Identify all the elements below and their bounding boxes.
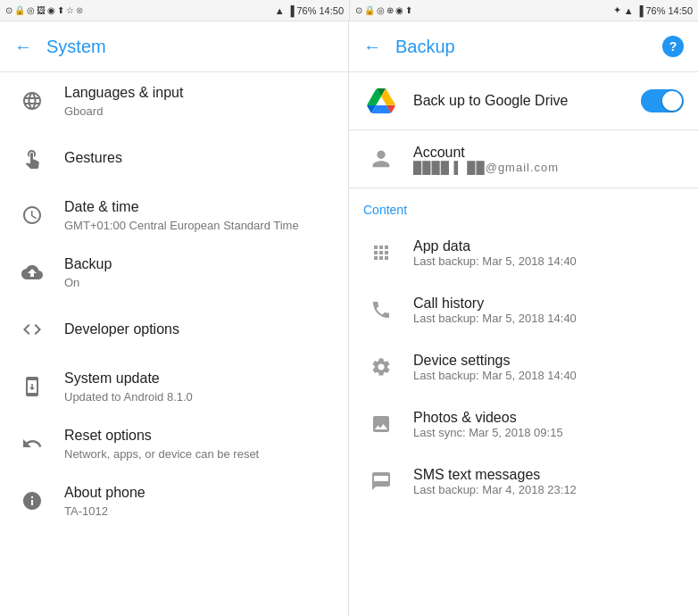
battery-right: 76% bbox=[645, 5, 665, 16]
account-email: ████ ▌ ██@gmail.com bbox=[413, 161, 684, 174]
settings-item-about[interactable]: About phone TA-1012 bbox=[0, 472, 348, 529]
datetime-title: Date & time bbox=[64, 198, 334, 217]
toggle-thumb bbox=[662, 91, 682, 111]
callhistory-text: Call history Last backup: Mar 5, 2018 14… bbox=[413, 296, 684, 325]
call-icon bbox=[363, 292, 399, 328]
backup-subtitle: On bbox=[64, 276, 334, 289]
back-button-right[interactable]: ← bbox=[363, 37, 381, 57]
appdata-subtitle: Last backup: Mar 5, 2018 14:40 bbox=[413, 254, 684, 268]
settings-item-reset[interactable]: Reset options Network, apps, or device c… bbox=[0, 415, 348, 472]
languages-text: Languages & input Gboard bbox=[64, 84, 334, 118]
systemupdate-subtitle: Updated to Android 8.1.0 bbox=[64, 390, 334, 404]
callhistory-title: Call history bbox=[413, 296, 684, 312]
settings-item-developer[interactable]: Developer options bbox=[0, 301, 348, 358]
signal-icon: ▐ bbox=[287, 5, 295, 16]
settings-item-datetime[interactable]: Date & time GMT+01:00 Central European S… bbox=[0, 187, 348, 244]
settings-list: Languages & input Gboard Gestures bbox=[0, 72, 348, 616]
photos-subtitle: Last sync: Mar 5, 2018 09:15 bbox=[413, 426, 684, 439]
appdata-text: App data Last backup: Mar 5, 2018 14:40 bbox=[413, 238, 684, 268]
sms-subtitle: Last backup: Mar 4, 2018 23:12 bbox=[413, 483, 684, 496]
callhistory-subtitle: Last backup: Mar 5, 2018 14:40 bbox=[413, 312, 684, 325]
bluetooth-icon: ✦ bbox=[613, 4, 621, 16]
left-panel-title: System bbox=[46, 37, 334, 57]
reset-title: Reset options bbox=[64, 427, 334, 445]
photo-icon bbox=[363, 406, 399, 442]
account-label: Account bbox=[413, 145, 684, 161]
content-item-photos[interactable]: Photos & videos Last sync: Mar 5, 2018 0… bbox=[349, 395, 698, 453]
language-icon bbox=[14, 83, 50, 119]
time-left: 14:50 bbox=[319, 5, 344, 16]
time-right: 14:50 bbox=[668, 5, 693, 16]
left-panel: ← System Languages & input Gboard bbox=[0, 21, 349, 616]
account-item[interactable]: Account ████ ▌ ██@gmail.com bbox=[349, 130, 698, 187]
settings-item-languages[interactable]: Languages & input Gboard bbox=[0, 72, 348, 129]
wifi-icon-right: ▲ bbox=[624, 5, 634, 16]
right-panel-title: Backup bbox=[395, 37, 648, 57]
backup-text: Backup On bbox=[64, 255, 334, 289]
backup-title: Backup bbox=[64, 255, 334, 274]
backup-drive-title: Back up to Google Drive bbox=[413, 93, 627, 109]
content-item-devicesettings[interactable]: Device settings Last backup: Mar 5, 2018… bbox=[349, 338, 698, 395]
sms-icon bbox=[363, 463, 399, 499]
appdata-icon bbox=[363, 235, 399, 271]
languages-title: Languages & input bbox=[64, 84, 334, 103]
signal-icon-right: ▐ bbox=[636, 5, 644, 16]
about-title: About phone bbox=[64, 484, 334, 503]
reset-icon bbox=[14, 426, 50, 462]
settings-item-gestures[interactable]: Gestures bbox=[0, 129, 348, 187]
content-item-sms[interactable]: SMS text messages Last backup: Mar 4, 20… bbox=[349, 453, 698, 510]
systemupdate-title: System update bbox=[64, 370, 334, 388]
developer-text: Developer options bbox=[64, 320, 334, 339]
appdata-title: App data bbox=[413, 238, 684, 254]
devicesettings-text: Device settings Last backup: Mar 5, 2018… bbox=[413, 353, 684, 382]
account-text: Account ████ ▌ ██@gmail.com bbox=[413, 145, 684, 174]
backup-drive-text: Back up to Google Drive bbox=[413, 93, 627, 109]
account-icon bbox=[363, 141, 399, 177]
backup-icon bbox=[14, 254, 50, 290]
datetime-subtitle: GMT+01:00 Central European Standard Time bbox=[64, 219, 334, 232]
datetime-text: Date & time GMT+01:00 Central European S… bbox=[64, 198, 334, 232]
settings-icon bbox=[363, 349, 399, 385]
sms-title: SMS text messages bbox=[413, 467, 684, 483]
reset-text: Reset options Network, apps, or device c… bbox=[64, 427, 334, 461]
developer-icon bbox=[14, 312, 50, 347]
sms-text: SMS text messages Last backup: Mar 4, 20… bbox=[413, 467, 684, 496]
systemupdate-icon bbox=[14, 369, 50, 404]
reset-subtitle: Network, apps, or device can be reset bbox=[64, 447, 334, 461]
devicesettings-subtitle: Last backup: Mar 5, 2018 14:40 bbox=[413, 369, 684, 382]
backup-drive-item[interactable]: Back up to Google Drive bbox=[349, 72, 698, 129]
about-text: About phone TA-1012 bbox=[64, 484, 334, 518]
devicesettings-title: Device settings bbox=[413, 353, 684, 369]
clock-icon bbox=[14, 197, 50, 233]
photos-text: Photos & videos Last sync: Mar 5, 2018 0… bbox=[413, 410, 684, 439]
about-subtitle: TA-1012 bbox=[64, 504, 334, 518]
right-panel: ← Backup ? Back up to Google Drive bbox=[349, 21, 698, 616]
backup-toggle[interactable] bbox=[641, 89, 684, 112]
gestures-text: Gestures bbox=[64, 149, 334, 168]
languages-subtitle: Gboard bbox=[64, 104, 334, 118]
content-section-header: Content bbox=[349, 188, 698, 224]
back-button-left[interactable]: ← bbox=[14, 37, 32, 57]
help-button[interactable]: ? bbox=[662, 36, 684, 57]
settings-item-systemupdate[interactable]: System update Updated to Android 8.1.0 bbox=[0, 358, 348, 415]
about-icon bbox=[14, 483, 50, 519]
left-appbar: ← System bbox=[0, 21, 348, 71]
battery-left: 76% bbox=[296, 5, 316, 16]
right-appbar: ← Backup ? bbox=[349, 21, 698, 71]
photos-title: Photos & videos bbox=[413, 410, 684, 426]
settings-item-backup[interactable]: Backup On bbox=[0, 244, 348, 301]
content-item-appdata[interactable]: App data Last backup: Mar 5, 2018 14:40 bbox=[349, 224, 698, 281]
systemupdate-text: System update Updated to Android 8.1.0 bbox=[64, 370, 334, 404]
wifi-icon: ▲ bbox=[275, 5, 285, 16]
gestures-icon bbox=[14, 140, 50, 176]
content-item-callhistory[interactable]: Call history Last backup: Mar 5, 2018 14… bbox=[349, 281, 698, 338]
gestures-title: Gestures bbox=[64, 149, 334, 168]
gdrive-icon bbox=[363, 83, 399, 119]
developer-title: Developer options bbox=[64, 320, 334, 339]
